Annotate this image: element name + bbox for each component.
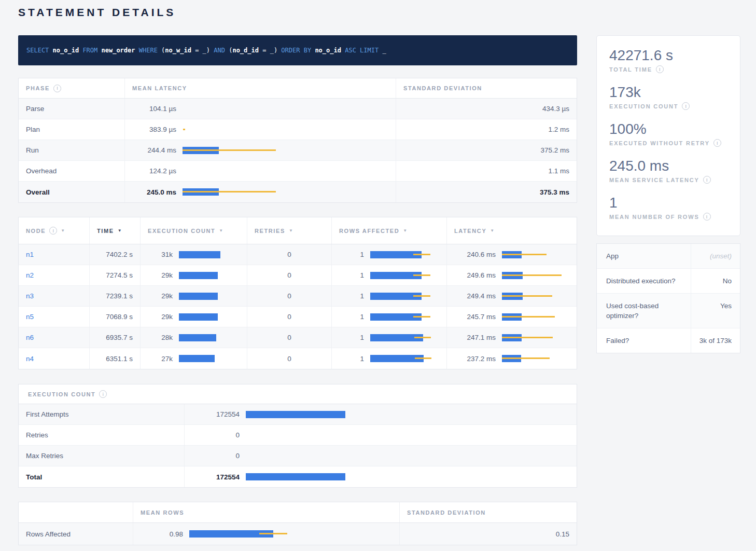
summary-stat: 173kEXECUTION COUNTi (609, 84, 727, 110)
standard-deviation-cell: 1.1 ms (396, 161, 577, 181)
stat-label-text: MEAN SERVICE LATENCY (609, 177, 699, 183)
table-row: Run244.4 ms375.2 ms (19, 140, 577, 161)
execution-count-value: 29k (148, 292, 173, 300)
rows-affected-bar (370, 334, 436, 341)
latency-cell: 247.1 ms (447, 327, 577, 348)
retries-value: 0 (287, 313, 291, 321)
standard-deviation-cell: 1.2 ms (396, 119, 577, 140)
standard-deviation-column-label: STANDARD DEVIATION (407, 509, 486, 516)
column-header-label: NODE (26, 228, 46, 234)
retries-cell: 0 (247, 265, 332, 285)
stddev-bar (183, 191, 276, 192)
count-value: 0 (192, 452, 240, 460)
sort-arrow-icon: ▼ (490, 228, 494, 233)
info-icon[interactable]: i (656, 65, 664, 73)
table-row: Plan383.9 µs1.2 ms (19, 119, 577, 140)
mean-latency-cell: 104.1 µs (125, 99, 396, 119)
standard-deviation-value: 1.1 ms (548, 167, 569, 175)
count-value-cell: 0 (185, 425, 577, 445)
mean-latency-value: 245.0 ms (132, 188, 176, 196)
sql-token: no_w_id (165, 47, 191, 54)
node-cell: n3 (19, 286, 90, 306)
info-icon[interactable]: i (49, 227, 57, 235)
rows-affected-value: 1 (339, 271, 364, 279)
info-icon[interactable]: i (99, 390, 107, 398)
latency-bar (502, 272, 566, 279)
phase-name-cell: Parse (19, 99, 125, 119)
rows-affected-cell: 1 (332, 265, 447, 285)
stat-label-text: EXECUTION COUNT (609, 103, 678, 109)
rows-affected-cell: 1 (332, 307, 447, 327)
node-link[interactable]: n4 (26, 355, 34, 363)
property-label: Distributed execution? (597, 269, 691, 293)
node-link[interactable]: n2 (26, 271, 34, 279)
rows-affected-header: MEAN ROWS STANDARD DEVIATION (19, 502, 577, 523)
sort-arrow-icon: ▼ (61, 228, 65, 233)
rows-affected-value: 1 (339, 334, 364, 341)
node-cell: n4 (19, 348, 90, 369)
count-bar (246, 473, 566, 480)
summary-stat: 245.0 msMEAN SERVICE LATENCYi (609, 158, 727, 184)
retries-value: 0 (287, 334, 291, 341)
latency-value: 240.6 ms (454, 251, 496, 258)
node-table: NODEi▼TIME▼EXECUTION COUNT▼RETRIES▼ROWS … (18, 217, 577, 369)
execution-count-value: 28k (148, 334, 173, 341)
sql-token: AND (214, 47, 229, 54)
stddev-bar (502, 295, 552, 297)
empty-column-header (19, 502, 133, 522)
rows-label: Rows Affected (26, 530, 71, 538)
standard-deviation-column-header: STANDARD DEVIATION (400, 502, 577, 522)
rows-affected-bar (370, 293, 436, 300)
mean-latency-cell: 245.0 ms (125, 182, 396, 202)
table-row: n66935.7 s28k01247.1 ms (19, 327, 577, 348)
column-header-retries[interactable]: RETRIES▼ (247, 217, 332, 244)
table-row: n17402.2 s31k01240.6 ms (19, 244, 577, 265)
info-icon[interactable]: i (703, 213, 711, 221)
count-label: Max Retries (26, 452, 63, 460)
rows-affected-bar (370, 272, 436, 279)
standard-deviation-cell: 434.3 µs (396, 99, 577, 119)
table-row: n46351.1 s27k01237.2 ms (19, 348, 577, 369)
column-header-label: ROWS AFFECTED (339, 228, 399, 234)
column-header-time[interactable]: TIME▼ (90, 217, 141, 244)
info-icon[interactable]: i (682, 102, 690, 110)
count-label: Retries (26, 431, 48, 439)
column-header-execution-count[interactable]: EXECUTION COUNT▼ (141, 217, 247, 244)
node-link[interactable]: n5 (26, 313, 34, 321)
column-header-node[interactable]: NODEi▼ (19, 217, 90, 244)
stat-label: TOTAL TIMEi (609, 65, 727, 73)
info-icon[interactable]: i (703, 176, 711, 184)
info-icon[interactable]: i (713, 139, 721, 147)
rows-label-cell: Rows Affected (19, 523, 133, 545)
node-link[interactable]: n6 (26, 334, 34, 341)
stat-value: 245.0 ms (609, 158, 727, 174)
mean-bar (179, 251, 220, 258)
column-header-rows-affected[interactable]: ROWS AFFECTED▼ (332, 217, 447, 244)
property-label: App (597, 244, 691, 268)
node-link[interactable]: n1 (26, 251, 34, 258)
sql-token: ASC LIMIT (345, 47, 382, 54)
phase-name: Plan (26, 126, 40, 133)
rows-affected-cell: 1 (332, 327, 447, 348)
property-value: Yes (691, 294, 740, 328)
time-cell: 7068.9 s (90, 307, 141, 327)
rows-affected-cell: 1 (332, 348, 447, 369)
node-link[interactable]: n3 (26, 292, 34, 300)
rows-affected-bar (370, 313, 436, 321)
mean-rows-column-header: MEAN ROWS (133, 502, 400, 522)
mean-bar (179, 313, 218, 321)
stat-label: MEAN SERVICE LATENCYi (609, 176, 727, 184)
column-header-latency[interactable]: LATENCY▼ (447, 217, 577, 244)
mean-latency-value: 383.9 µs (132, 126, 176, 133)
phase-name: Run (26, 146, 39, 154)
phase-table-header: PHASE i MEAN LATENCY STANDARD DEVIATION (19, 78, 577, 99)
stddev-bar (502, 254, 547, 255)
stat-label: EXECUTION COUNTi (609, 102, 727, 110)
latency-bar (502, 334, 566, 341)
mean-latency-column-header: MEAN LATENCY (125, 78, 396, 98)
time-cell: 6935.7 s (90, 327, 141, 348)
sql-statement-box: SELECT no_o_id FROM new_order WHERE (no_… (18, 35, 577, 65)
info-icon[interactable]: i (53, 85, 61, 92)
table-row: n27274.5 s29k01249.6 ms (19, 265, 577, 286)
sql-token: ORDER BY (281, 47, 315, 54)
